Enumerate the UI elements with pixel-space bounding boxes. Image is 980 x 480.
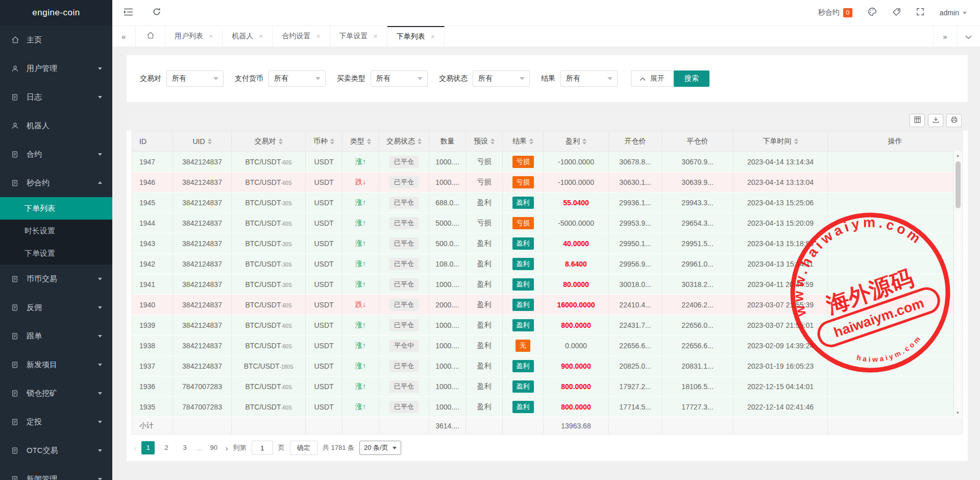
page-button-90[interactable]: 90 <box>207 441 220 454</box>
cell-coin: USDT <box>306 254 342 274</box>
sort-icon[interactable] <box>367 136 371 147</box>
filter-group-pay-currency: 支付货币所有 <box>235 70 326 87</box>
fullscreen-button[interactable] <box>916 8 924 18</box>
admin-dropdown[interactable]: admin <box>940 9 967 17</box>
cell-time: 2023-04-13 15:18:53 <box>733 233 828 254</box>
page-button-2[interactable]: 2 <box>160 441 173 454</box>
cell-close: 30318.2... <box>662 274 733 295</box>
filter-select-pair[interactable]: 所有 <box>166 70 224 87</box>
col-header-status[interactable]: 交易状态 <box>379 131 429 152</box>
filter-select-trade-status[interactable]: 所有 <box>473 70 530 87</box>
scrollbar-thumb[interactable] <box>955 161 961 208</box>
sidebar-item-home[interactable]: 主页 <box>0 26 112 54</box>
cell-open: 29950.1... <box>609 233 662 254</box>
download-icon <box>933 116 939 125</box>
sort-icon[interactable] <box>529 136 533 147</box>
theme-button[interactable] <box>868 7 877 18</box>
sidebar-item-robots[interactable]: 机器人 <box>0 111 112 140</box>
sidebar-subitem-order-settings[interactable]: 下单设置 <box>0 242 112 265</box>
total-count-label: 共 1781 条 <box>323 443 354 452</box>
page-button-1[interactable]: 1 <box>141 441 155 454</box>
col-header-coin[interactable]: 币种 <box>306 131 342 152</box>
sidebar-item-sec-contracts[interactable]: 秒合约 <box>0 169 112 197</box>
tab-close-icon[interactable]: × <box>374 33 378 40</box>
cell-pair: BTC/USDT-30S <box>232 274 306 295</box>
col-header-preset[interactable]: 预设 <box>466 131 503 152</box>
type-up: 涨↑ <box>355 341 366 349</box>
col-header-profit[interactable]: 盈利 <box>544 131 609 152</box>
cell-coin: USDT <box>306 172 342 193</box>
col-header-uid[interactable]: UID <box>173 131 232 152</box>
tab-close-icon[interactable]: × <box>431 33 435 40</box>
col-header-result[interactable]: 结果 <box>503 131 544 152</box>
cell-preset: 盈利 <box>466 356 503 376</box>
sidebar-item-logs[interactable]: 日志 <box>0 83 112 111</box>
cell-pair: BTC/USDT-30S <box>232 193 306 213</box>
filter-select-pay-currency[interactable]: 所有 <box>268 70 326 87</box>
sidebar-item-rebate[interactable]: 反佣 <box>0 293 112 322</box>
sidebar-subitem-duration-settings[interactable]: 时长设置 <box>0 220 112 242</box>
tab-robots[interactable]: 机器人× <box>223 26 273 46</box>
quick-entry-sec-contract[interactable]: 秒合约 0 <box>818 8 852 17</box>
export-button[interactable] <box>928 114 943 127</box>
tab-user-list[interactable]: 用户列表× <box>165 26 223 46</box>
sort-icon[interactable] <box>208 136 212 147</box>
sidebar-subitem-order-list[interactable]: 下单列表 <box>0 197 112 220</box>
tabs-more-button[interactable] <box>957 26 980 46</box>
tab-order-settings[interactable]: 下单设置× <box>330 26 387 46</box>
page-button-3[interactable]: 3 <box>178 441 191 454</box>
cell-qty: 1000.... <box>429 335 466 356</box>
sort-icon[interactable] <box>582 136 586 147</box>
tab-close-icon[interactable]: × <box>259 33 263 40</box>
tab-close-icon[interactable]: × <box>209 33 213 40</box>
cell-profit: 16000.0000 <box>544 295 609 315</box>
status-badge: 已平仓 <box>389 401 419 413</box>
sidebar-item-otc-trade[interactable]: OTC交易 <box>0 436 112 465</box>
tag-button[interactable] <box>892 8 901 18</box>
result-badge: 盈利 <box>512 319 534 331</box>
col-header-type[interactable]: 类型 <box>342 131 379 152</box>
sidebar-item-auto-invest[interactable]: 定投 <box>0 407 112 436</box>
chevron-up-icon <box>98 179 102 184</box>
filter-select-trade-type[interactable]: 所有 <box>371 70 428 87</box>
cell-op <box>828 213 963 233</box>
sidebar-item-user-mgmt[interactable]: 用户管理 <box>0 54 112 83</box>
sidebar-item-lock-mining[interactable]: 锁仓挖矿 <box>0 379 112 407</box>
sidebar-collapse-button[interactable] <box>124 8 133 18</box>
columns-toggle-button[interactable] <box>910 114 925 127</box>
cell-time: 2023-04-14 13:14:34 <box>733 152 828 172</box>
col-header-pair[interactable]: 交易对 <box>232 131 306 152</box>
sidebar-item-coin-trade[interactable]: 币币交易 <box>0 265 112 293</box>
result-badge: 盈利 <box>512 299 534 311</box>
goto-page-input[interactable] <box>252 441 273 455</box>
tabs-scroll-right-button[interactable]: » <box>933 26 957 46</box>
expand-button[interactable]: 展开 <box>631 70 673 87</box>
refresh-button[interactable] <box>153 8 161 18</box>
scroll-up-arrow[interactable]: ▲ <box>954 151 962 159</box>
next-page-button[interactable]: › <box>226 444 228 452</box>
tab-contract-settings[interactable]: 合约设置× <box>273 26 330 46</box>
search-button[interactable]: 搜索 <box>674 70 709 87</box>
sidebar-item-news-mgmt[interactable]: 新闻管理 <box>0 465 112 480</box>
scroll-down-arrow[interactable]: ▼ <box>954 409 962 417</box>
sort-icon[interactable] <box>279 136 283 147</box>
confirm-button[interactable]: 确定 <box>290 441 317 455</box>
sidebar-item-contracts[interactable]: 合约 <box>0 140 112 169</box>
sidebar-item-copy-trade[interactable]: 跟单 <box>0 322 112 350</box>
col-header-time[interactable]: 下单时间 <box>733 131 828 152</box>
sort-icon[interactable] <box>418 136 422 147</box>
tab-order-list[interactable]: 下单列表× <box>387 26 445 46</box>
tab-close-icon[interactable]: × <box>316 33 320 40</box>
sidebar-item-new-projects[interactable]: 新发项目 <box>0 350 112 379</box>
per-page-select[interactable]: 20 条/页 <box>359 441 401 455</box>
tabs-scroll-left-button[interactable]: « <box>112 26 136 46</box>
prev-page-button[interactable]: ‹ <box>134 444 136 452</box>
sort-icon[interactable] <box>794 136 798 147</box>
table-row: 19423842124837BTC/USDT-30SUSDT涨↑已平仓108.0… <box>132 254 963 274</box>
print-button[interactable] <box>946 114 962 127</box>
sort-icon[interactable] <box>491 136 495 147</box>
filter-select-result[interactable]: 所有 <box>560 70 618 87</box>
tab-home[interactable] <box>136 26 165 46</box>
sort-icon[interactable] <box>330 136 334 147</box>
status-badge: 已平仓 <box>389 176 419 188</box>
